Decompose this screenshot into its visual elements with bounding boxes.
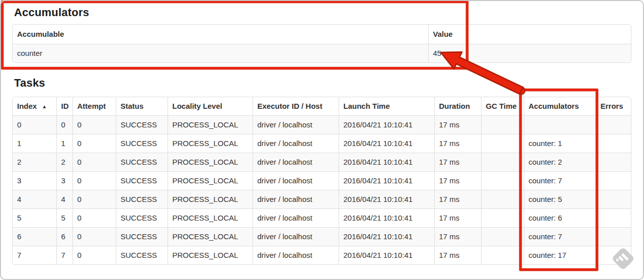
column-header-duration[interactable]: Duration xyxy=(434,97,481,115)
sort-ascending-icon: ▲ xyxy=(42,104,47,109)
task-row: 3 3 0 SUCCESS PROCESS_LOCAL driver / loc… xyxy=(13,171,631,190)
cell-index: 0 xyxy=(13,115,56,134)
column-header-status[interactable]: Status xyxy=(116,97,168,115)
accumulators-header-row: Accumulable Value xyxy=(13,25,631,44)
cell-executor-id-host: driver / localhost xyxy=(253,134,339,153)
cell-gc-time xyxy=(481,153,524,171)
cell-status: SUCCESS xyxy=(116,246,168,264)
cell-duration: 17 ms xyxy=(434,208,481,227)
cell-id: 7 xyxy=(56,246,72,264)
cell-launch-time: 2016/04/21 10:10:41 xyxy=(339,246,434,264)
cell-locality-level: PROCESS_LOCAL xyxy=(168,134,253,153)
cell-attempt: 0 xyxy=(72,190,116,208)
task-row: 5 5 0 SUCCESS PROCESS_LOCAL driver / loc… xyxy=(13,208,631,227)
column-header-gc-time[interactable]: GC Time xyxy=(481,97,524,115)
cell-accumulators: counter: 17 xyxy=(524,246,596,264)
cell-gc-time xyxy=(481,134,524,153)
task-row: 6 6 0 SUCCESS PROCESS_LOCAL driver / loc… xyxy=(13,227,631,246)
cell-status: SUCCESS xyxy=(116,227,168,246)
cell-launch-time: 2016/04/21 10:10:41 xyxy=(339,190,434,208)
task-row: 2 2 0 SUCCESS PROCESS_LOCAL driver / loc… xyxy=(13,153,631,171)
cell-gc-time xyxy=(481,190,524,208)
column-header-attempt[interactable]: Attempt xyxy=(72,97,116,115)
cell-attempt: 0 xyxy=(72,227,116,246)
cell-errors xyxy=(596,227,631,246)
cell-gc-time xyxy=(481,227,524,246)
cell-status: SUCCESS xyxy=(116,171,168,190)
cell-id: 0 xyxy=(56,115,72,134)
cell-index: 5 xyxy=(13,208,56,227)
cell-launch-time: 2016/04/21 10:10:41 xyxy=(339,134,434,153)
cell-id: 1 xyxy=(56,134,72,153)
cell-accumulators: counter: 7 xyxy=(524,227,596,246)
cell-index: 1 xyxy=(13,134,56,153)
task-row: 0 0 0 SUCCESS PROCESS_LOCAL driver / loc… xyxy=(13,115,631,134)
column-header-accumulable: Accumulable xyxy=(13,25,428,44)
cell-accumulators: counter: 1 xyxy=(524,134,596,153)
cell-locality-level: PROCESS_LOCAL xyxy=(168,227,253,246)
cell-errors xyxy=(596,171,631,190)
column-header-errors[interactable]: Errors xyxy=(596,97,631,115)
cell-executor-id-host: driver / localhost xyxy=(253,208,339,227)
cell-locality-level: PROCESS_LOCAL xyxy=(168,153,253,171)
cell-locality-level: PROCESS_LOCAL xyxy=(168,171,253,190)
column-header-locality-level[interactable]: Locality Level xyxy=(168,97,253,115)
cell-duration: 17 ms xyxy=(434,153,481,171)
cell-duration: 17 ms xyxy=(434,171,481,190)
cell-attempt: 0 xyxy=(72,246,116,264)
cell-status: SUCCESS xyxy=(116,115,168,134)
column-header-launch-time[interactable]: Launch Time xyxy=(339,97,434,115)
cell-gc-time xyxy=(481,208,524,227)
cell-errors xyxy=(596,134,631,153)
cell-gc-time xyxy=(481,171,524,190)
column-header-id[interactable]: ID xyxy=(56,97,72,115)
cell-executor-id-host: driver / localhost xyxy=(253,171,339,190)
cell-id: 6 xyxy=(56,227,72,246)
cell-duration: 17 ms xyxy=(434,190,481,208)
cell-id: 3 xyxy=(56,171,72,190)
cell-status: SUCCESS xyxy=(116,134,168,153)
tasks-table: Index▲ ID Attempt Status Locality Level … xyxy=(12,97,631,265)
cell-attempt: 0 xyxy=(72,153,116,171)
cell-duration: 17 ms xyxy=(434,227,481,246)
cell-errors xyxy=(596,208,631,227)
column-header-accumulators[interactable]: Accumulators xyxy=(524,97,596,115)
cell-accumulators: counter: 2 xyxy=(524,153,596,171)
cell-index: 7 xyxy=(13,246,56,264)
cell-status: SUCCESS xyxy=(116,153,168,171)
task-row: 4 4 0 SUCCESS PROCESS_LOCAL driver / loc… xyxy=(13,190,631,208)
cell-executor-id-host: driver / localhost xyxy=(253,153,339,171)
cell-index: 3 xyxy=(13,171,56,190)
column-header-value: Value xyxy=(428,25,631,44)
cell-errors xyxy=(596,115,631,134)
cell-locality-level: PROCESS_LOCAL xyxy=(168,246,253,264)
accumulators-table: Accumulable Value counter 45 xyxy=(12,24,631,63)
cell-duration: 17 ms xyxy=(434,246,481,264)
cell-gc-time xyxy=(481,246,524,264)
cell-launch-time: 2016/04/21 10:10:41 xyxy=(339,115,434,134)
cell-locality-level: PROCESS_LOCAL xyxy=(168,115,253,134)
accumulator-row: counter 45 xyxy=(13,44,631,62)
cell-accumulators: counter: 7 xyxy=(524,171,596,190)
cell-executor-id-host: driver / localhost xyxy=(253,227,339,246)
column-header-index[interactable]: Index▲ xyxy=(13,97,56,115)
cell-index: 4 xyxy=(13,190,56,208)
cell-locality-level: PROCESS_LOCAL xyxy=(168,208,253,227)
task-row: 1 1 0 SUCCESS PROCESS_LOCAL driver / loc… xyxy=(13,134,631,153)
cell-executor-id-host: driver / localhost xyxy=(253,115,339,134)
cell-accumulators: counter: 5 xyxy=(524,190,596,208)
cell-launch-time: 2016/04/21 10:10:41 xyxy=(339,227,434,246)
cell-errors xyxy=(596,153,631,171)
cell-index: 2 xyxy=(13,153,56,171)
column-header-executor-id-host[interactable]: Executor ID / Host xyxy=(253,97,339,115)
task-row: 7 7 0 SUCCESS PROCESS_LOCAL driver / loc… xyxy=(13,246,631,264)
cell-id: 2 xyxy=(56,153,72,171)
cell-id: 5 xyxy=(56,208,72,227)
cell-executor-id-host: driver / localhost xyxy=(253,246,339,264)
cell-value: 45 xyxy=(428,44,631,62)
tasks-header-row: Index▲ ID Attempt Status Locality Level … xyxy=(13,97,631,115)
accumulators-heading: Accumulators xyxy=(14,6,89,19)
cell-launch-time: 2016/04/21 10:10:41 xyxy=(339,171,434,190)
cell-index: 6 xyxy=(13,227,56,246)
cell-attempt: 0 xyxy=(72,134,116,153)
